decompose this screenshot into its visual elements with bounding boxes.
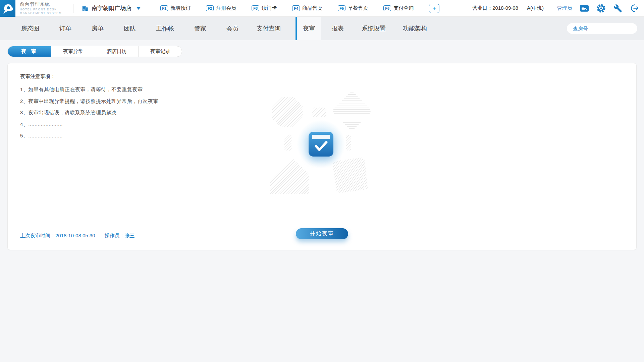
brand-subtitle-line2: MANAGEMENT SYSTEM [20, 11, 62, 15]
subtab-audit-exceptions[interactable]: 夜审异常 [51, 46, 95, 57]
fkey-badge: F4 [292, 5, 300, 11]
deco-hatch-small-left [284, 134, 291, 150]
wrench-icon[interactable] [613, 4, 623, 13]
audit-note-2: 2、夜审中出现异常提醒，请按照提示处理异常后，再次夜审 [20, 98, 158, 105]
caret-down-icon [136, 7, 141, 10]
store-name: 南宁朝阳广场店 [92, 4, 131, 12]
fkey-label: 新增预订 [170, 5, 191, 11]
night-audit-panel: 夜审注意事项： 1、如果有其他电脑正在夜审，请等待，不要重复夜审 2、夜审中出现… [7, 63, 637, 250]
nav-item-function-structure[interactable]: 功能架构 [403, 17, 427, 40]
start-night-audit-button[interactable]: 开始夜审 [296, 228, 348, 239]
shift-label: A(中班) [527, 5, 544, 11]
quick-action-breakfast-sale[interactable]: F5 早餐售卖 [338, 5, 368, 11]
quick-action-read-card[interactable]: F3 读门卡 [252, 5, 277, 11]
cloud-swirl-logo-icon [1, 1, 14, 16]
main-nav: 房态图 订单 房单 团队 工作帐 管家 会员 支付查询 夜审 报表 系统设置 功… [0, 17, 644, 40]
logout-icon[interactable] [630, 4, 639, 13]
nav-item-work-account[interactable]: 工作帐 [156, 17, 174, 40]
last-audit-time: 2018-10-08 05:30 [55, 233, 95, 238]
night-audit-check-icon [309, 132, 333, 157]
night-audit-subtabs: 夜 审 夜审异常 酒店日历 夜审记录 [7, 46, 182, 57]
audit-note-4: 4、...................... [20, 121, 158, 128]
quick-action-new-booking[interactable]: F1 新增预订 [160, 5, 191, 11]
brand-title: 前台管理系统 [20, 2, 62, 6]
audit-note-3: 3、夜审出现错误，请联系系统管理员解决 [20, 110, 158, 116]
fkey-label: 早餐售卖 [348, 5, 368, 11]
search-input[interactable] [573, 26, 640, 32]
gear-icon[interactable] [596, 4, 606, 13]
operator-label: 操作员： [105, 233, 125, 238]
audit-notes-title: 夜审注意事项： [20, 73, 158, 80]
nav-item-payment-query[interactable]: 支付查询 [257, 17, 281, 40]
nav-item-reports[interactable]: 报表 [332, 17, 344, 40]
fkey-label: 商品售卖 [302, 5, 322, 11]
nav-item-room-status[interactable]: 房态图 [21, 17, 39, 40]
nav-item-group[interactable]: 团队 [124, 17, 136, 40]
deco-hatch-small-top [312, 108, 326, 117]
topbar-right: 营业日：2018-09-08 A(中班) 管理员 [472, 4, 639, 13]
audit-note-1: 1、如果有其他电脑正在夜审，请等待，不要重复夜审 [20, 86, 158, 93]
subtab-audit-records[interactable]: 夜审记录 [138, 46, 182, 57]
fkey-badge: F2 [206, 5, 214, 11]
last-audit-info: 上次夜审时间：2018-10-08 05:30 操作员：张三 [20, 233, 135, 239]
top-bar: 前台管理系统 HOTEL FRONT DESK MANAGEMENT SYSTE… [0, 0, 644, 17]
operator-name: 张三 [125, 233, 135, 238]
topbar-divider [73, 4, 73, 13]
nav-item-night-audit-active[interactable]: 夜审 [296, 17, 321, 40]
shift-card-icon[interactable] [580, 4, 589, 13]
store-selector[interactable]: 南宁朝阳广场店 [82, 4, 141, 12]
last-audit-time-label: 上次夜审时间： [20, 233, 55, 238]
business-day: 营业日：2018-09-08 [472, 5, 518, 11]
audit-note-5: 5、...................... [20, 133, 158, 139]
fkey-badge: F3 [252, 5, 259, 11]
fkey-label: 支付查询 [393, 5, 414, 11]
deco-hatch-octagon [272, 97, 303, 127]
user-role[interactable]: 管理员 [557, 5, 572, 11]
business-day-label: 营业日： [472, 5, 492, 11]
check-mark-icon [309, 132, 333, 157]
nav-item-system-settings[interactable]: 系统设置 [362, 17, 386, 40]
quick-actions: F1 新增预订 F2 注册会员 F3 读门卡 F4 商品售卖 F5 早餐售卖 F… [160, 5, 429, 11]
fkey-badge: F1 [160, 5, 168, 11]
fkey-label: 读门卡 [262, 5, 277, 11]
fkey-label: 注册会员 [216, 5, 236, 11]
business-day-value: 2018-09-08 [492, 5, 518, 11]
add-quick-action-button[interactable]: + [429, 4, 439, 13]
nav-item-members[interactable]: 会员 [226, 17, 238, 40]
brand-subtitle-line1: HOTEL FRONT DESK [20, 8, 62, 11]
quick-action-payment-query[interactable]: F6 支付查询 [383, 5, 414, 11]
fkey-badge: F5 [338, 5, 345, 11]
quick-action-goods-sale[interactable]: F4 商品售卖 [292, 5, 322, 11]
nav-item-housekeeper[interactable]: 管家 [194, 17, 206, 40]
nav-item-orders[interactable]: 订单 [59, 17, 71, 40]
deco-hatch-small-right [346, 135, 351, 150]
brand-block: 前台管理系统 HOTEL FRONT DESK MANAGEMENT SYSTE… [20, 2, 62, 15]
subtab-night-audit[interactable]: 夜 审 [8, 46, 51, 57]
quick-action-register-member[interactable]: F2 注册会员 [206, 5, 236, 11]
room-search-box[interactable] [567, 23, 637, 34]
subtab-hotel-calendar[interactable]: 酒店日历 [95, 46, 139, 57]
nav-item-room-bill[interactable]: 房单 [92, 17, 104, 40]
app-logo [0, 0, 15, 17]
night-audit-illustration [270, 88, 374, 194]
audit-notes: 夜审注意事项： 1、如果有其他电脑正在夜审，请等待，不要重复夜审 2、夜审中出现… [20, 73, 158, 144]
fkey-badge: F6 [383, 5, 391, 11]
building-icon [82, 5, 89, 12]
deco-hatch-mountain [270, 159, 309, 194]
